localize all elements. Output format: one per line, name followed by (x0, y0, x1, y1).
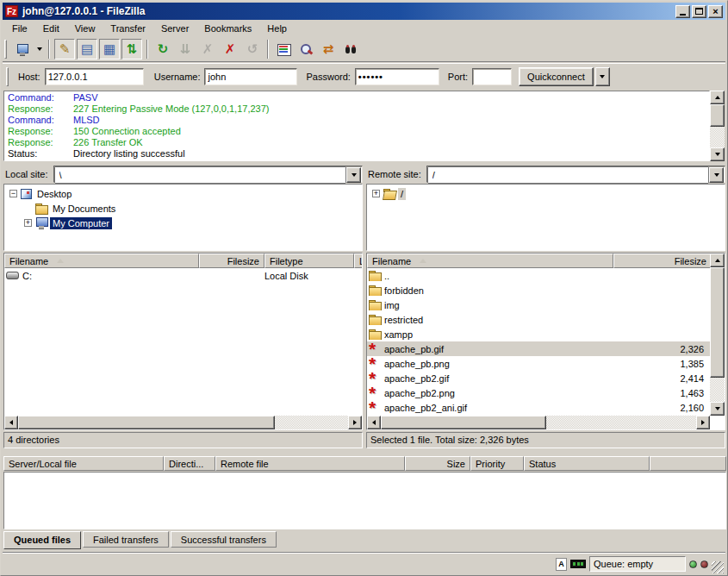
reconnect-button[interactable]: ↺ (242, 39, 263, 59)
synchronized-browsing-button[interactable]: ⇄ (318, 39, 339, 59)
log-scrollbar[interactable] (710, 91, 725, 161)
log-scrollbar-thumb[interactable] (710, 104, 725, 127)
menu-help[interactable]: Help (259, 21, 295, 36)
queue-column-server-local-file[interactable]: Server/Local file (3, 456, 164, 471)
file-name-cell: apache_pb2.gif (367, 373, 613, 385)
tab-queued-files[interactable]: Queued files (3, 531, 81, 549)
documents-folder-icon (35, 203, 47, 213)
cancel-operation-button[interactable]: ✗ (197, 39, 218, 59)
resize-grip[interactable] (712, 561, 724, 573)
refresh-button[interactable]: ↻ (152, 39, 173, 59)
tree-item-my-documents[interactable]: My Documents (4, 201, 362, 216)
quickbar-grip[interactable] (6, 67, 9, 86)
remote-site-dropdown-button[interactable] (709, 167, 724, 183)
remote-file-list: FilenameFilesize ..forbiddenimgrestricte… (366, 253, 725, 430)
local-hscroll-thumb[interactable] (18, 416, 275, 429)
process-queue-icon: ⇊ (180, 41, 191, 57)
tab-failed-transfers[interactable]: Failed transfers (83, 531, 169, 548)
toggle-queue-view-button[interactable]: ⇅ (121, 39, 142, 59)
tree-item-my-computer[interactable]: +My Computer (4, 216, 362, 230)
menu-view[interactable]: View (67, 21, 103, 36)
column-header-label: Filename (372, 256, 411, 266)
local-site-combo[interactable] (53, 166, 363, 183)
queue-column-status[interactable]: Status (524, 456, 650, 471)
chevron-down-icon (600, 75, 605, 78)
file-row-c[interactable]: C:Local Disk (4, 268, 362, 283)
process-queue-button[interactable]: ⇊ (175, 39, 196, 59)
directory-comparison-button[interactable] (273, 39, 294, 59)
menu-file[interactable]: File (4, 21, 35, 36)
column-header-filetype[interactable]: Filetype (264, 254, 354, 268)
column-header-filesize[interactable]: Filesize (199, 254, 264, 268)
site-manager-button-dropdown[interactable] (34, 39, 45, 59)
tree-item--[interactable]: +/ (367, 186, 725, 201)
queue-column-directi-[interactable]: Directi... (164, 456, 215, 471)
tab-successful-transfers[interactable]: Successful transfers (171, 531, 277, 548)
file-search-button[interactable] (340, 39, 361, 59)
file-size-cell: 2,414 (613, 373, 712, 384)
quickconnect-dropdown-button[interactable] (595, 67, 610, 86)
file-row-apache-pb-gif[interactable]: apache_pb.gif2,326 (367, 341, 725, 356)
queue-column-remote-file[interactable]: Remote file (215, 456, 405, 471)
toolbar-grip[interactable] (4, 40, 7, 59)
file-row-apache-pb2-gif[interactable]: apache_pb2.gif2,414 (367, 371, 725, 385)
file-row-xampp[interactable]: xampp (367, 327, 725, 341)
queue-column-priority[interactable]: Priority (470, 456, 524, 471)
minimize-button[interactable] (675, 5, 690, 18)
collapse-icon[interactable]: − (9, 190, 17, 197)
queue-column-size[interactable]: Size (405, 456, 470, 471)
file-row-apache-pb-png[interactable]: apache_pb.png1,385 (367, 356, 725, 371)
local-site-dropdown-button[interactable] (346, 167, 361, 183)
disconnect-button[interactable]: ✗ (220, 39, 240, 59)
column-header-l[interactable]: L (354, 254, 363, 268)
host-input[interactable] (45, 68, 144, 85)
column-header-filename[interactable]: Filename (4, 254, 199, 268)
column-header-filename[interactable]: Filename (367, 254, 613, 268)
site-manager-button[interactable] (12, 39, 33, 59)
remote-hscroll-thumb[interactable] (381, 416, 546, 429)
toggle-remote-tree-button[interactable]: ▦ (99, 39, 120, 59)
file-row-img[interactable]: img (367, 297, 725, 312)
file-row-forbidden[interactable]: forbidden (367, 283, 725, 297)
log-line: Status:Directory listing successful (8, 148, 709, 160)
file-row-apache-pb2-ani-gif[interactable]: apache_pb2_ani.gif2,160 (367, 400, 725, 415)
remote-site-input[interactable] (427, 166, 709, 184)
menu-edit[interactable]: Edit (35, 21, 67, 36)
toggle-local-tree-button[interactable]: ▤ (77, 39, 97, 59)
password-input[interactable] (355, 68, 439, 85)
scroll-left-icon (9, 420, 13, 425)
file-row--[interactable]: .. (367, 268, 725, 283)
menu-transfer[interactable]: Transfer (103, 21, 153, 36)
file-row-restricted[interactable]: restricted (367, 312, 725, 327)
titlebar[interactable]: Fz john@127.0.0.1 - FileZilla × (3, 3, 725, 20)
log-line-text: 150 Connection accepted (73, 126, 181, 136)
close-button[interactable]: × (708, 5, 723, 18)
maximize-button[interactable] (692, 5, 706, 18)
local-site-input[interactable] (54, 166, 346, 184)
menu-server[interactable]: Server (153, 21, 196, 36)
expand-icon[interactable]: + (24, 219, 32, 227)
file-row-apache-pb2-png[interactable]: apache_pb2.png1,463 (367, 385, 725, 400)
toggle-log-view-button[interactable]: ✎ (54, 39, 75, 59)
speed-limits-icon[interactable] (570, 560, 586, 568)
tree-item-desktop[interactable]: −Desktop (4, 186, 362, 201)
menu-bookmarks[interactable]: Bookmarks (196, 21, 259, 36)
remote-vscroll-thumb[interactable] (710, 267, 725, 378)
ascii-data-type-icon[interactable]: A (556, 558, 567, 571)
remote-vertical-scrollbar[interactable] (710, 254, 725, 416)
filename-filters-button[interactable] (296, 39, 316, 59)
local-horizontal-scrollbar[interactable] (4, 416, 362, 429)
column-header-filesize[interactable]: Filesize (613, 254, 712, 268)
remote-horizontal-scrollbar[interactable] (367, 416, 710, 429)
port-input[interactable] (472, 68, 512, 85)
file-name: apache_pb.gif (384, 344, 444, 354)
scroll-up-icon (715, 96, 720, 99)
remote-site-combo[interactable] (426, 166, 725, 183)
expand-icon[interactable]: + (372, 190, 380, 197)
host-label: Host: (18, 72, 40, 82)
activity-led-green (689, 560, 697, 568)
remote-list-header: FilenameFilesize (367, 254, 725, 268)
desktop-icon (21, 189, 32, 199)
quickconnect-button[interactable]: Quickconnect (519, 67, 594, 86)
username-input[interactable] (204, 68, 297, 85)
